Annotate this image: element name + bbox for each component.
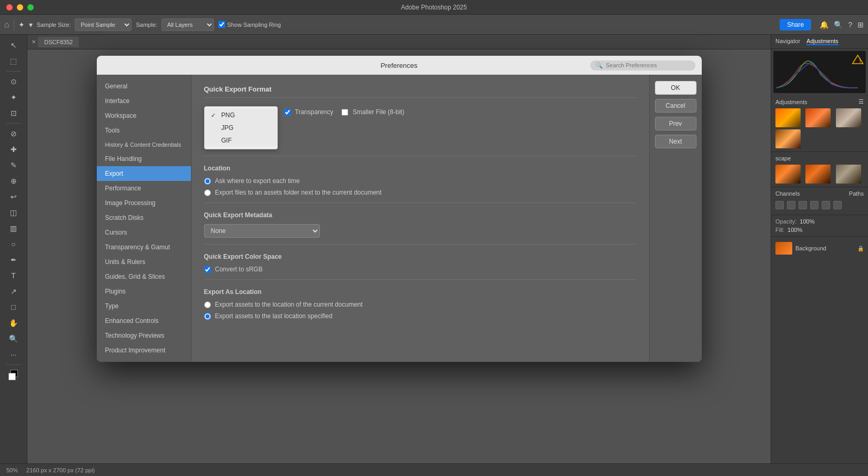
healing-tool[interactable]: ✚ — [5, 142, 22, 157]
path-selection-tool[interactable]: ↗ — [5, 284, 22, 299]
search-icon[interactable]: 🔍 — [834, 21, 843, 29]
export-last-location-label[interactable]: Export assets to the last location speci… — [204, 312, 637, 320]
channels-label[interactable]: Channels — [775, 190, 800, 197]
paths-label[interactable]: Paths — [849, 190, 864, 197]
crop-tool[interactable]: ⊡ — [5, 106, 22, 120]
convert-srgb-label[interactable]: Convert to sRGB — [204, 266, 637, 273]
pref-item-enhanced-controls[interactable]: Enhanced Controls — [97, 313, 191, 328]
channel-icon-5[interactable] — [822, 201, 830, 209]
pref-item-interface[interactable]: Interface — [97, 94, 191, 108]
hand-tool[interactable]: ✋ — [5, 316, 22, 330]
pref-item-workspace[interactable]: Workspace — [97, 108, 191, 123]
layer-name[interactable]: Background — [795, 245, 854, 251]
notification-icon[interactable]: 🔔 — [820, 21, 829, 29]
export-last-location-radio[interactable] — [204, 313, 211, 320]
more-tools[interactable]: ··· — [5, 347, 22, 362]
show-sampling-ring-checkbox[interactable] — [218, 21, 225, 28]
landscape-thumb-1[interactable] — [775, 165, 801, 184]
channel-icon-1[interactable] — [775, 201, 784, 209]
ok-button[interactable]: OK — [655, 81, 697, 95]
smaller-file-checkbox[interactable] — [341, 109, 348, 116]
sample-size-dropdown[interactable]: Point Sample 3 by 3 Average 5 by 5 Avera… — [75, 18, 132, 31]
magic-wand-tool[interactable]: ✦ — [5, 90, 22, 105]
help-icon[interactable]: ? — [848, 21, 852, 29]
gradient-tool[interactable]: ▥ — [5, 221, 22, 236]
selection-tool[interactable]: ⬚ — [5, 54, 22, 68]
eyedropper-tool[interactable]: ⊘ — [5, 126, 22, 141]
metadata-select[interactable]: None Copyright Only All Metadata — [204, 224, 320, 238]
pen-tool[interactable]: ✒ — [5, 252, 22, 267]
foreground-background-color[interactable] — [5, 368, 22, 382]
export-current-doc-label[interactable]: Export assets to the location of the cur… — [204, 301, 637, 308]
lasso-tool[interactable]: ⊙ — [5, 74, 22, 89]
channel-icon-4[interactable] — [810, 201, 819, 209]
location-ask-radio[interactable] — [204, 178, 211, 185]
sample-dropdown[interactable]: All Layers Current Layer — [162, 18, 214, 31]
landscape-thumb-3[interactable] — [836, 165, 861, 184]
history-brush-tool[interactable]: ↩ — [5, 189, 22, 204]
tab-navigator[interactable]: Navigator — [775, 38, 800, 45]
brush-tool[interactable]: ✎ — [5, 158, 22, 173]
location-assets-radio[interactable] — [204, 189, 211, 196]
format-dropdown[interactable]: ✓ PNG JPG GIF — [204, 106, 278, 149]
adj-thumb-4[interactable] — [775, 129, 801, 148]
layout-icon[interactable]: ⊞ — [857, 21, 864, 29]
pref-item-history[interactable]: History & Content Credentials — [97, 138, 191, 151]
pref-item-image-processing[interactable]: Image Processing — [97, 196, 191, 210]
format-gif-option[interactable]: GIF — [205, 134, 277, 147]
channel-icon-6[interactable] — [833, 201, 842, 209]
dodge-tool[interactable]: ○ — [5, 237, 22, 251]
pref-item-export[interactable]: Export — [97, 166, 191, 181]
pref-item-guides-grid[interactable]: Guides, Grid & Slices — [97, 269, 191, 284]
channel-icon-2[interactable] — [787, 201, 795, 209]
move-tool[interactable]: ↖ — [5, 38, 22, 53]
search-input[interactable] — [606, 62, 685, 68]
home-icon[interactable]: ⌂ — [4, 20, 9, 29]
pref-item-tools[interactable]: Tools — [97, 123, 191, 138]
pref-item-cursors[interactable]: Cursors — [97, 225, 191, 240]
transparency-checkbox-label[interactable]: Transparency — [284, 108, 334, 116]
location-assets-label[interactable]: Export files to an assets folder next to… — [204, 189, 637, 196]
dialog-search-box[interactable]: 🔍 — [590, 60, 695, 70]
shape-tool[interactable]: □ — [5, 300, 22, 315]
minimize-button[interactable] — [17, 4, 23, 11]
pref-item-technology-previews[interactable]: Technology Previews — [97, 328, 191, 343]
pref-item-product-improvement[interactable]: Product Improvement — [97, 343, 191, 358]
landscape-thumb-2[interactable] — [805, 165, 831, 184]
prev-button[interactable]: Prev — [655, 117, 697, 130]
smaller-file-checkbox-label[interactable]: Smaller File (8-bit) — [341, 108, 404, 116]
tool-dropdown-icon[interactable]: ▾ — [29, 21, 33, 29]
layer-lock-icon[interactable]: 🔒 — [857, 246, 864, 251]
transparency-checkbox[interactable] — [284, 109, 291, 116]
pref-item-general[interactable]: General — [97, 79, 191, 94]
cancel-button[interactable]: Cancel — [655, 99, 697, 113]
zoom-tool[interactable]: 🔍 — [5, 331, 22, 346]
eyedropper-icon[interactable]: ✦ — [18, 21, 25, 29]
pref-item-performance[interactable]: Performance — [97, 181, 191, 196]
pref-item-plugins[interactable]: Plugins — [97, 284, 191, 299]
channel-icon-3[interactable] — [799, 201, 807, 209]
pref-item-file-handling[interactable]: File Handling — [97, 151, 191, 166]
convert-srgb-checkbox[interactable] — [204, 266, 211, 273]
pref-item-transparency-gamut[interactable]: Transparency & Gamut — [97, 240, 191, 255]
close-button[interactable] — [6, 4, 13, 11]
location-ask-label[interactable]: Ask where to export each time — [204, 177, 637, 185]
next-button[interactable]: Next — [655, 135, 697, 148]
adj-thumb-3[interactable] — [836, 108, 861, 127]
show-sampling-ring-label[interactable]: Show Sampling Ring — [218, 21, 281, 28]
format-jpg-option[interactable]: JPG — [205, 121, 277, 134]
pref-item-scratch-disks[interactable]: Scratch Disks — [97, 210, 191, 225]
tab-adjustments[interactable]: Adjustments — [806, 38, 839, 45]
pref-item-units-rulers[interactable]: Units & Rulers — [97, 255, 191, 269]
maximize-button[interactable] — [27, 4, 34, 11]
share-button[interactable]: Share — [780, 19, 811, 31]
eraser-tool[interactable]: ◫ — [5, 205, 22, 220]
adj-thumb-2[interactable] — [805, 108, 831, 127]
clone-tool[interactable]: ⊕ — [5, 174, 22, 188]
adj-thumb-1[interactable] — [775, 108, 801, 127]
format-png-option[interactable]: ✓ PNG — [205, 109, 277, 121]
pref-item-type[interactable]: Type — [97, 299, 191, 313]
view-all-icon[interactable]: ☰ — [859, 98, 864, 105]
export-current-doc-radio[interactable] — [204, 301, 211, 308]
type-tool[interactable]: T — [5, 268, 22, 283]
